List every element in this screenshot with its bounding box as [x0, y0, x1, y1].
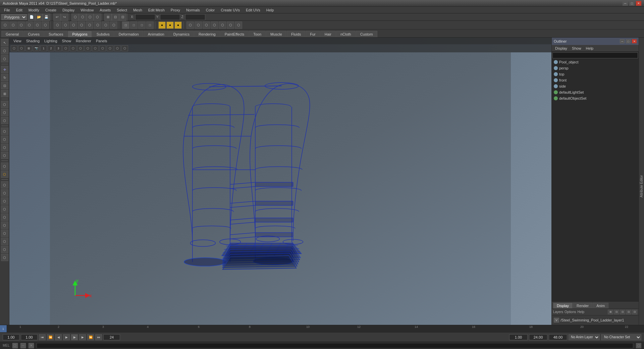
tb-r14[interactable]: ⬡: [110, 21, 117, 29]
anim-start-input[interactable]: [529, 334, 547, 340]
menu-edit[interactable]: Edit: [13, 7, 25, 13]
vp-menu-view[interactable]: View: [11, 38, 23, 44]
tab-render[interactable]: Render: [573, 303, 592, 308]
minimize-button[interactable]: ─: [623, 1, 628, 6]
outliner-item-pool-object[interactable]: Pool_object: [552, 59, 639, 65]
tb-r8[interactable]: ⬡: [62, 21, 69, 29]
tb-r5[interactable]: ⬡: [34, 21, 41, 29]
play-skip-start[interactable]: ⏮: [39, 334, 46, 340]
tool-rotate[interactable]: ↻: [1, 74, 8, 81]
menu-color[interactable]: Color: [203, 7, 217, 13]
tb-r7[interactable]: ⬡: [54, 21, 61, 29]
tb-light1[interactable]: ●: [158, 21, 166, 29]
tool-render-region[interactable]: ⬡: [1, 162, 8, 170]
tb-misc4[interactable]: ⬡: [211, 21, 218, 29]
tab-dynamics[interactable]: Dynamics: [169, 31, 194, 37]
vp-menu-panels[interactable]: Panels: [94, 38, 109, 44]
play-next-frame[interactable]: ▶: [79, 334, 86, 340]
layer-icons2[interactable]: ⊡: [614, 310, 619, 314]
outliner-search-input[interactable]: [552, 52, 638, 58]
current-frame-input2[interactable]: [509, 334, 528, 340]
tool-layers2[interactable]: ⬡: [1, 189, 8, 197]
anim-end-input[interactable]: [549, 334, 567, 340]
tb-hierarchy[interactable]: ⬡: [79, 13, 86, 21]
vp-shaded[interactable]: ⬡: [77, 45, 84, 51]
z-input[interactable]: [185, 14, 205, 20]
layer-visibility[interactable]: V: [554, 318, 559, 322]
play-next-key[interactable]: ⏩: [87, 334, 94, 340]
tool-layers6[interactable]: ⬡: [1, 221, 8, 229]
vp-select-camera[interactable]: ⬡: [11, 45, 17, 51]
menu-select[interactable]: Select: [114, 7, 130, 13]
play-fwd[interactable]: ▶: [71, 334, 78, 340]
status-right-btn[interactable]: ⬡: [636, 343, 641, 348]
timeline-track[interactable]: 1 2 3 4 6 8 10 12 14 16 18 20 22: [7, 325, 644, 332]
menu-create[interactable]: Create: [43, 7, 59, 13]
tb-snap3[interactable]: ⊡: [119, 13, 126, 21]
layer-icons3[interactable]: ⊡: [620, 310, 625, 314]
tb-r11[interactable]: ⬡: [86, 21, 93, 29]
vp-light[interactable]: ⬡: [92, 45, 99, 51]
tb-misc3[interactable]: ⬡: [203, 21, 210, 29]
tool-layers7[interactable]: ⬡: [1, 230, 8, 237]
outliner-item-default-object-set[interactable]: defaultObjectSet: [552, 95, 639, 101]
script-btn[interactable]: ⬡: [12, 343, 18, 348]
tb-r13[interactable]: ⬡: [102, 21, 109, 29]
tb-component[interactable]: ⬡: [94, 13, 101, 21]
tb-misc5[interactable]: ⬡: [219, 21, 226, 29]
play-back[interactable]: ▶: [63, 334, 70, 340]
tb-light2[interactable]: ●: [166, 21, 174, 29]
tab-polygons[interactable]: Polygons: [68, 31, 92, 37]
menu-display[interactable]: Display: [60, 7, 77, 13]
vp-frame-all[interactable]: ⬡: [18, 45, 25, 51]
tool-universal[interactable]: ⊞: [1, 90, 8, 97]
vp-quality-low[interactable]: 1: [40, 45, 47, 51]
character-set-dropdown[interactable]: No Character Set: [601, 334, 641, 340]
tab-muscle[interactable]: Muscle: [266, 31, 286, 37]
tab-fluids[interactable]: Fluids: [287, 31, 305, 37]
menu-assets[interactable]: Assets: [97, 7, 113, 13]
center-viewport[interactable]: View Shading Lighting Show Renderer Pane…: [9, 38, 551, 325]
tab-general[interactable]: General: [1, 31, 23, 37]
tool-scale[interactable]: ⊡: [1, 82, 8, 89]
outliner-item-side[interactable]: side: [552, 83, 639, 89]
vp-menu-renderer[interactable]: Renderer: [74, 38, 93, 44]
menu-proxy[interactable]: Proxy: [168, 7, 183, 13]
menu-help[interactable]: Help: [264, 7, 277, 13]
tb-object[interactable]: ⬡: [86, 13, 94, 21]
tool-snap-to-grid[interactable]: ⬡: [1, 128, 8, 135]
tool-layers5[interactable]: ⬡: [1, 213, 8, 221]
tb-save[interactable]: 💾: [43, 13, 50, 21]
mel-input[interactable]: [37, 343, 633, 348]
vp-camera[interactable]: 📷: [33, 45, 40, 51]
tool-soft-mod[interactable]: ⬡: [1, 101, 8, 108]
outliner-item-persp[interactable]: persp: [552, 65, 639, 71]
vp-grid[interactable]: ⊞: [25, 45, 32, 51]
y-input[interactable]: [160, 14, 180, 20]
tab-ncloth[interactable]: nCloth: [336, 31, 356, 37]
tb-snap2[interactable]: ⊡: [112, 13, 119, 21]
tab-toon[interactable]: Toon: [249, 31, 266, 37]
play-prev-key[interactable]: ⏪: [47, 334, 54, 340]
menu-file[interactable]: File: [1, 7, 13, 13]
range-start-input[interactable]: [21, 334, 38, 340]
close-button[interactable]: ✕: [636, 1, 641, 6]
vp-isolate[interactable]: ⬡: [107, 45, 113, 51]
menu-normals[interactable]: Normals: [183, 7, 203, 13]
outliner-item-top[interactable]: top: [552, 71, 639, 77]
tab-animation[interactable]: Animation: [144, 31, 169, 37]
range-end-input[interactable]: [103, 334, 120, 340]
menu-modify[interactable]: Modify: [26, 7, 42, 13]
menu-create-uvs[interactable]: Create UVs: [218, 7, 243, 13]
tool-move[interactable]: ✛: [1, 66, 8, 73]
layer-icons1[interactable]: ⊞: [608, 310, 613, 314]
tool-layers3[interactable]: ⬡: [1, 197, 8, 205]
tb-shading1[interactable]: □: [122, 21, 129, 29]
menu-edit-uvs[interactable]: Edit UVs: [243, 7, 263, 13]
tb-r10[interactable]: ⬡: [78, 21, 85, 29]
tb-misc2[interactable]: ⬡: [195, 21, 202, 29]
tab-rendering[interactable]: Rendering: [194, 31, 220, 37]
tool-snap-to-point[interactable]: ⬡: [1, 144, 8, 151]
outliner-item-default-light-set[interactable]: defaultLightSet: [552, 89, 639, 95]
vp-menu-lighting[interactable]: Lighting: [42, 38, 59, 44]
